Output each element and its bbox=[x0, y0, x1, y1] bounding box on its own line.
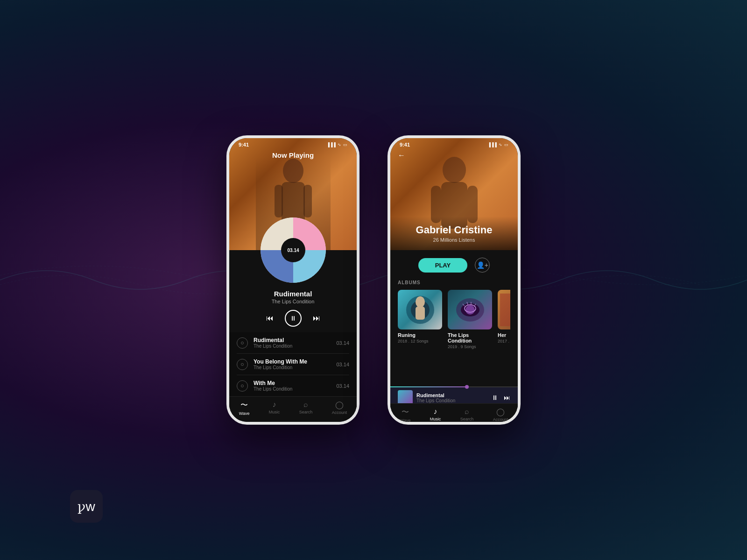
playlist-item[interactable]: With Me The Lips Condition 03.14 bbox=[237, 375, 349, 396]
signal-icon: ▐▐▐ bbox=[327, 142, 336, 147]
bottom-nav-2: 〜 Wave ♪ Music ⌕ Search ◯ Account bbox=[390, 403, 518, 425]
music-icon-2: ♪ bbox=[434, 407, 437, 416]
status-icons-1: ▐▐▐ ∿ ▭ bbox=[327, 142, 347, 147]
content-area-1: 03.14 Rudimental The Lips Condition ⏮ ⏸ … bbox=[229, 250, 357, 425]
nav-music-label: Music bbox=[269, 410, 280, 414]
svg-point-0 bbox=[283, 159, 303, 183]
playlist-item[interactable]: You Belong With Me The Lips Condition 03… bbox=[237, 354, 349, 375]
albums-section-label: ALBUMS bbox=[398, 280, 510, 285]
play-button[interactable]: PLAY bbox=[418, 258, 467, 273]
track-icon-3 bbox=[237, 380, 248, 392]
album-art-runing bbox=[402, 294, 439, 326]
album-title-runing: Runing bbox=[398, 332, 442, 338]
album-thumb-her bbox=[498, 290, 510, 329]
wifi-icon: ∿ bbox=[338, 142, 341, 147]
battery-icon: ▭ bbox=[343, 142, 347, 147]
svg-point-10 bbox=[443, 157, 466, 183]
track-text-3: With Me The Lips Condition bbox=[254, 380, 336, 392]
album-card-her[interactable]: Her 2017 . bbox=[498, 290, 510, 349]
artist-hero-bg: 9:41 ▐▐▐ ∿ ▭ ← bbox=[390, 138, 518, 250]
svg-rect-2 bbox=[275, 185, 283, 217]
album-card-lips[interactable]: The Lips Condition 2019 . 9 Songs bbox=[448, 290, 492, 349]
rewind-button[interactable]: ⏮ bbox=[266, 314, 274, 322]
nav-search-1[interactable]: ⌕ Search bbox=[299, 400, 313, 416]
pause-button[interactable]: ⏸ bbox=[285, 310, 302, 327]
phones-container: 9:41 ▐▐▐ ∿ ▭ Now Playing bbox=[226, 135, 521, 425]
track-text-1: Rudimental The Lips Condition bbox=[254, 337, 336, 349]
svg-text:03.14: 03.14 bbox=[287, 248, 299, 253]
status-bar-1: 9:41 ▐▐▐ ∿ ▭ bbox=[229, 138, 357, 147]
nav-search-2[interactable]: ⌕ Search bbox=[460, 407, 474, 423]
song-album-3: The Lips Condition bbox=[254, 386, 336, 392]
follow-button[interactable]: 👤+ bbox=[475, 258, 490, 273]
forward-button[interactable]: ⏭ bbox=[313, 314, 320, 322]
mini-pause-button[interactable]: ⏸ bbox=[492, 394, 498, 401]
svg-rect-18 bbox=[416, 307, 425, 320]
artist-name: Gabriel Cristine bbox=[398, 224, 510, 236]
nav-wave-1[interactable]: 〜 Wave bbox=[239, 400, 250, 416]
song-album-2: The Lips Condition bbox=[254, 365, 336, 370]
logo-symbol: ꝩw bbox=[78, 499, 95, 514]
nav-wave-2[interactable]: 〜 Wave bbox=[400, 407, 411, 423]
bottom-nav-1: 〜 Wave ♪ Music ⌕ Search ◯ Account bbox=[229, 396, 357, 420]
mini-track-info: Rudimental The Lips Condition bbox=[416, 392, 488, 403]
track-text-2: You Belong With Me The Lips Condition bbox=[254, 358, 336, 370]
player-controls: ⏮ ⏸ ⏭ bbox=[229, 310, 357, 327]
status-time-2: 9:41 bbox=[400, 142, 410, 147]
album-card-runing[interactable]: Runing 2018 . 12 Songs bbox=[398, 290, 442, 349]
signal-icon-2: ▐▐▐ bbox=[488, 142, 497, 147]
nav-wave-label-2: Wave bbox=[400, 418, 411, 423]
artist-listens: 26 Millions Listens bbox=[398, 237, 510, 243]
account-icon-2: ◯ bbox=[496, 407, 505, 416]
playlist-item[interactable]: Rudimental The Lips Condition 03.14 bbox=[237, 332, 349, 354]
duration-1: 03.14 bbox=[336, 340, 349, 346]
playlist: Rudimental The Lips Condition 03.14 You … bbox=[229, 332, 357, 396]
status-time-1: 9:41 bbox=[239, 142, 249, 147]
account-icon: ◯ bbox=[335, 400, 344, 409]
song-name-3: With Me bbox=[254, 380, 336, 386]
mini-next-button[interactable]: ⏭ bbox=[504, 394, 510, 401]
back-button[interactable]: ← bbox=[398, 151, 405, 160]
action-row: PLAY 👤+ bbox=[398, 258, 510, 273]
svg-point-21 bbox=[465, 305, 475, 315]
album-thumb-runing bbox=[398, 290, 442, 329]
album-title-her: Her bbox=[498, 332, 510, 338]
phone-artist-page: 9:41 ▐▐▐ ∿ ▭ ← bbox=[388, 135, 521, 425]
follow-icon: 👤+ bbox=[477, 261, 488, 269]
svg-rect-3 bbox=[303, 185, 312, 217]
vinyl-disc-container: 03.14 bbox=[261, 217, 326, 283]
mini-track-album: The Lips Condition bbox=[416, 398, 488, 403]
vinyl-svg: 03.14 bbox=[261, 217, 326, 283]
albums-scroll: Runing 2018 . 12 Songs bbox=[398, 290, 510, 349]
album-meta-lips: 2019 . 9 Songs bbox=[448, 344, 492, 349]
nav-account-2[interactable]: ◯ Account bbox=[493, 407, 508, 423]
album-thumb-lips bbox=[448, 290, 492, 329]
album-title-lips: The Lips Condition bbox=[448, 332, 492, 343]
status-bar-2: 9:41 ▐▐▐ ∿ ▭ bbox=[390, 138, 518, 147]
song-name-2: You Belong With Me bbox=[254, 358, 336, 365]
wave-icon: 〜 bbox=[240, 400, 248, 410]
song-album-1: The Lips Condition bbox=[254, 343, 336, 349]
album-meta-her: 2017 . bbox=[498, 339, 510, 343]
nav-account-1[interactable]: ◯ Account bbox=[332, 400, 347, 416]
duration-2: 03.14 bbox=[336, 362, 349, 367]
wifi-icon-2: ∿ bbox=[499, 142, 502, 147]
svg-rect-27 bbox=[500, 294, 510, 326]
svg-point-17 bbox=[416, 296, 425, 308]
phone-now-playing: 9:41 ▐▐▐ ∿ ▭ Now Playing bbox=[226, 135, 359, 425]
nav-search-label-2: Search bbox=[460, 417, 474, 421]
nav-music-1[interactable]: ♪ Music bbox=[269, 400, 280, 416]
track-album: The Lips Condition bbox=[229, 299, 357, 304]
search-icon: ⌕ bbox=[303, 400, 308, 409]
search-icon-2: ⌕ bbox=[465, 407, 469, 416]
mini-controls: ⏸ ⏭ bbox=[492, 394, 510, 401]
album-art-her bbox=[500, 294, 510, 326]
song-name-1: Rudimental bbox=[254, 337, 336, 343]
album-meta-runing: 2018 . 12 Songs bbox=[398, 339, 442, 343]
duration-3: 03.14 bbox=[336, 383, 349, 389]
music-icon: ♪ bbox=[273, 400, 276, 409]
track-icon-1 bbox=[237, 337, 248, 349]
nav-music-2[interactable]: ♪ Music bbox=[430, 407, 441, 423]
track-name: Rudimental bbox=[229, 290, 357, 298]
album-art-lips bbox=[451, 294, 489, 326]
